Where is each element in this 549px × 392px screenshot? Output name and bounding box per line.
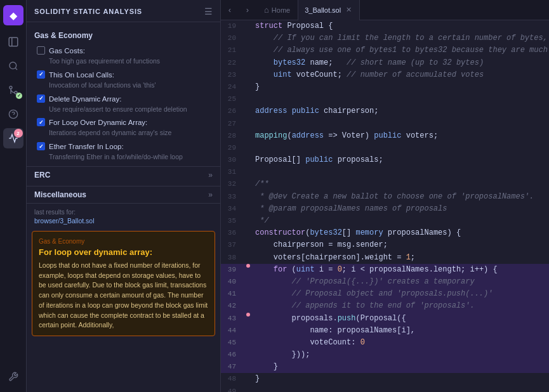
sidebar-icon-tools[interactable] [3,367,23,387]
editor-area: ‹ › ⌂ Home 3_Ballot.sol ✕ 19 struct Prop… [221,0,549,392]
code-line-20: 20 // If you can limit the length to a c… [221,32,549,44]
line-content-31 [253,166,549,178]
svg-rect-0 [9,37,18,46]
code-line-45: 45 voteCount: 0 [221,337,549,349]
warning-box: Gas & Economy For loop over dynamic arra… [32,231,215,336]
line-content-22: bytes32 name; // short name (up to 32 by… [253,57,549,69]
line-content-34: * @param proposalNames names of proposal… [253,203,549,215]
code-line-21: 21 // always use one of bytes1 to bytes3… [221,44,549,56]
line-num-45: 45 [221,337,244,349]
check-item-this-local[interactable]: This On Local Calls: Invocation of local… [27,68,220,92]
misc-header[interactable]: Miscellaneous » [27,186,220,203]
line-num-40: 40 [221,276,244,288]
code-editor[interactable]: 19 struct Proposal { 20 // If you can li… [221,20,549,392]
sidebar-icon-analysis[interactable]: 2 [3,128,23,148]
tab-nav-back[interactable]: ‹ [221,0,239,20]
line-content-32: /** [253,178,549,190]
check-item-delete-dynamic[interactable]: Delete Dynamic Array: Use require/assert… [27,92,220,116]
checkbox-for-loop[interactable] [37,118,45,126]
code-line-35: 35 */ [221,215,549,227]
line-num-44: 44 [221,325,244,337]
warning-title: For loop over dynamic array: [39,247,208,257]
code-line-49: 49 [221,386,549,392]
last-results-label: last results for: [34,209,213,216]
check-item-ether-transfer[interactable]: Ether Transfer In Loop: Transferring Eth… [27,140,220,164]
gas-economy-title: Gas & Economy [34,31,93,40]
line-num-41: 41 [221,288,244,300]
line-num-42: 42 [221,300,244,312]
panel-menu-icon[interactable]: ☰ [204,6,213,16]
tab-ballot[interactable]: 3_Ballot.sol ✕ [298,0,360,20]
code-line-26: 26 address public chairperson; [221,105,549,117]
code-line-33: 33 * @dev Create a new ballot to choose … [221,191,549,203]
code-line-31: 31 [221,166,549,178]
sidebar-icon-search[interactable] [3,56,23,76]
line-content-28: mapping(address => Voter) public voters; [253,130,549,142]
label-ether-transfer: Ether Transfer In Loop: [49,141,124,152]
tab-nav-forward[interactable]: › [239,0,256,20]
analysis-header: SOLIDITY STATIC ANALYSIS ☰ [27,0,220,22]
gutter-43 [244,313,253,317]
code-line-41: 41 // Proposal object and 'proposals.pus… [221,288,549,300]
misc-title: Miscellaneous [34,190,86,199]
checkbox-ether-transfer[interactable] [37,142,45,150]
sidebar-icon-debug[interactable] [3,104,23,124]
code-line-25: 25 [221,93,549,105]
line-num-28: 28 [221,130,244,142]
code-line-32: 32 /** [221,178,549,190]
warning-text: Loops that do not have a fixed number of… [39,261,208,330]
line-content-27 [253,118,549,130]
line-content-20: // If you can limit the length to a cert… [253,32,549,44]
line-num-36: 36 [221,227,244,239]
line-num-38: 38 [221,252,244,264]
tab-home[interactable]: ⌂ Home [256,0,298,20]
code-line-36: 36 constructor(bytes32[] memory proposal… [221,227,549,239]
svg-point-2 [10,62,17,69]
check-item-for-loop[interactable]: For Loop Over Dynamic Array: Iterations … [27,115,220,140]
sidebar: ◆ ✓ 2 [0,0,27,392]
sidebar-icon-git[interactable]: ✓ [3,80,23,100]
code-line-23: 23 uint voteCount; // number of accumula… [221,69,549,81]
line-num-32: 32 [221,178,244,190]
code-line-40: 40 // 'Proposal({...})' creates a tempor… [221,276,549,288]
line-num-29: 29 [221,142,244,154]
code-line-37: 37 chairperson = msg.sender; [221,239,549,251]
code-line-19: 19 struct Proposal { [221,20,549,32]
panel-scroll: Gas & Economy Gas Costs: Too high gas re… [27,22,220,392]
line-num-21: 21 [221,44,244,56]
checkbox-delete-dynamic[interactable] [37,95,45,103]
warning-section-label: Gas & Economy [39,238,208,245]
line-num-19: 19 [221,20,244,32]
last-results: last results for: browser/3_Ballot.sol [27,203,220,227]
code-line-48: 48 } [221,373,549,385]
line-content-44: name: proposalNames[i], [253,325,549,337]
gas-economy-header[interactable]: Gas & Economy [27,27,220,44]
desc-ether-transfer: Transferring Ether in a for/while/do-whi… [37,152,213,162]
sidebar-icon-files[interactable] [3,32,23,52]
line-content-43: proposals.push(Proposal({ [253,313,549,325]
check-item-gas-costs[interactable]: Gas Costs: Too high gas requirement of f… [27,44,220,68]
tab-ballot-close[interactable]: ✕ [345,5,353,15]
gutter-39 [244,264,253,268]
line-num-37: 37 [221,239,244,251]
misc-chevron: » [208,190,213,199]
line-content-47: } [253,361,549,373]
code-line-38: 38 voters[chairperson].weight = 1; [221,252,549,264]
line-content-48: } [253,373,549,385]
sidebar-icon-logo[interactable]: ◆ [3,5,23,25]
checkbox-gas-costs[interactable] [37,46,45,55]
code-line-22: 22 bytes32 name; // short name (up to 32… [221,57,549,69]
code-line-39: 39 for (uint i = 0; i < proposalNames.le… [221,264,549,276]
line-content-23: uint voteCount; // number of accumulated… [253,69,549,81]
line-num-33: 33 [221,191,244,203]
checkbox-this-local[interactable] [37,70,45,79]
line-num-26: 26 [221,105,244,117]
code-line-27: 27 [221,118,549,130]
line-num-31: 31 [221,166,244,178]
line-num-34: 34 [221,203,244,215]
line-content-49 [253,386,549,392]
line-num-46: 46 [221,349,244,361]
tab-ballot-label: 3_Ballot.sol [305,6,341,14]
code-line-47: 47 } [221,361,549,373]
erc-header[interactable]: ERC » [27,167,220,183]
